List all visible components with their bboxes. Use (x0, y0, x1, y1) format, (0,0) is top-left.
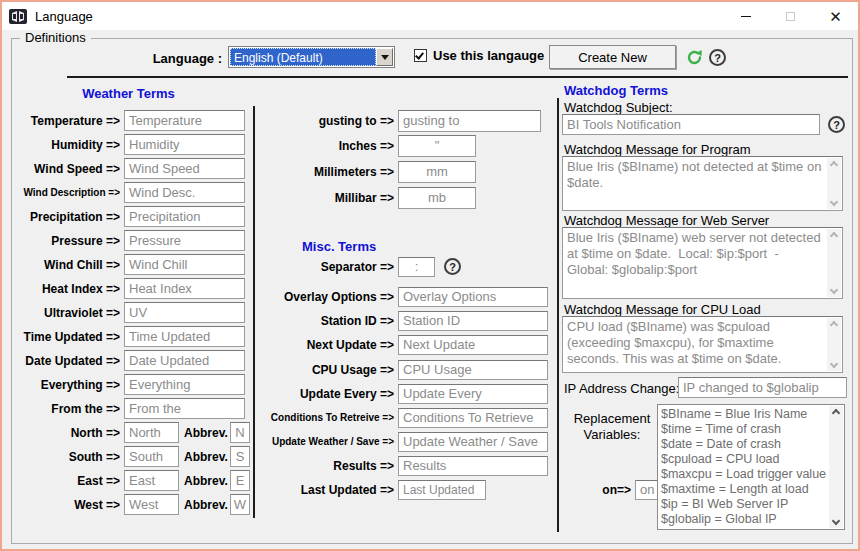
separator-input[interactable]: : (398, 257, 435, 277)
east-input[interactable]: East (124, 470, 179, 491)
list-item[interactable]: $maxcpu = Load trigger value (661, 467, 827, 482)
watchdog-subject-label: Watchdog Subject: (564, 100, 673, 115)
scroll-down-icon[interactable] (830, 286, 838, 294)
scrollbar[interactable] (827, 158, 841, 209)
window-title: Language (35, 9, 93, 24)
maximize-button[interactable] (768, 2, 813, 30)
south-abbrev-input[interactable]: S (230, 446, 250, 467)
create-new-button[interactable]: Create New (549, 45, 676, 69)
next-update-input[interactable]: Next Update (398, 335, 548, 355)
weather-row: Wind Chill =>Wind Chill (12, 254, 245, 275)
field-label: Pressure => (12, 234, 120, 248)
language-dropdown[interactable]: English (Default) (228, 46, 395, 68)
list-item[interactable]: $cpuload = CPU load (661, 452, 827, 467)
wind-description-input[interactable]: Wind Desc. (124, 182, 245, 203)
wind-speed-input[interactable]: Wind Speed (124, 158, 245, 179)
overlay-options-input[interactable]: Overlay Options (398, 287, 548, 307)
scroll-down-icon[interactable] (830, 198, 838, 206)
date-updated-input[interactable]: Date Updated (124, 350, 245, 371)
inches-input[interactable]: " (398, 135, 476, 157)
weather-row: Wind Description =>Wind Desc. (12, 182, 245, 203)
time-updated-input[interactable]: Time Updated (124, 326, 245, 347)
scrollbar[interactable] (827, 229, 841, 297)
west-input[interactable]: West (124, 494, 179, 515)
from-the-input[interactable]: From the (124, 398, 245, 419)
temperature-input[interactable]: Temperature (124, 110, 245, 131)
dropdown-button[interactable] (376, 48, 393, 66)
east-abbrev-input[interactable]: E (230, 470, 250, 491)
results-input[interactable]: Results (398, 456, 548, 476)
refresh-icon[interactable] (686, 49, 703, 66)
direction-row: North =>NorthAbbrev.N (12, 422, 250, 443)
field-label: Time Updated => (12, 330, 120, 344)
list-item[interactable]: $time = Time of crash (661, 422, 827, 437)
heat-index-input[interactable]: Heat Index (124, 278, 245, 299)
field-label: Next Update => (257, 338, 394, 352)
scroll-up-icon[interactable] (832, 409, 840, 417)
field-label: Everything => (12, 378, 120, 392)
scroll-down-icon[interactable] (830, 360, 838, 368)
field-label: Separator => (257, 260, 394, 274)
humidity-input[interactable]: Humidity (124, 134, 245, 155)
list-item[interactable]: $globalip = Global IP (661, 512, 827, 527)
field-label: Humidity => (12, 138, 120, 152)
unit-row: gusting to =>gusting to (257, 110, 541, 131)
weather-row: Everything =>Everything (12, 374, 245, 395)
update-every-input[interactable]: Update Every (398, 384, 548, 404)
wind-chill-input[interactable]: Wind Chill (124, 254, 245, 275)
minimize-button[interactable] (723, 2, 768, 30)
gusting-to-input[interactable]: gusting to (398, 110, 541, 132)
scroll-up-icon[interactable] (830, 232, 838, 240)
app-icon (9, 9, 27, 24)
on-input[interactable]: on (635, 480, 659, 500)
replacement-variables-listbox[interactable]: $BIname = Blue Iris Name $time = Time of… (657, 404, 845, 530)
west-abbrev-input[interactable]: W (230, 494, 250, 515)
south-input[interactable]: South (124, 446, 179, 467)
scroll-up-icon[interactable] (830, 321, 838, 329)
list-item[interactable]: $ip = BI Web Server IP (661, 497, 827, 512)
watchdog-web-textarea[interactable]: Blue Iris ($BIname) web server not detec… (562, 227, 843, 299)
millibar-input[interactable]: mb (398, 187, 476, 209)
use-language-checkbox[interactable] (414, 49, 427, 62)
weather-row: Humidity =>Humidity (12, 134, 245, 155)
watchdog-web-label: Watchdog Message for Web Server (564, 213, 769, 228)
scrollbar[interactable] (829, 406, 843, 528)
watchdog-cpu-textarea[interactable]: CPU load ($BIname) was $cpuload (exceedi… (562, 316, 843, 373)
last-updated-input[interactable]: Last Updated (398, 480, 486, 500)
maximize-icon (786, 12, 795, 21)
field-label: Inches => (257, 139, 394, 153)
watchdog-help-icon[interactable]: ? (828, 116, 845, 133)
field-label: Update Every => (257, 387, 394, 401)
ultraviolet-input[interactable]: UV (124, 302, 245, 323)
update-weather-save-input[interactable]: Update Weather / Save (398, 432, 548, 452)
ip-address-change-input[interactable]: IP changed to $globalip (678, 377, 847, 398)
field-label: Station ID => (257, 314, 394, 328)
cpu-usage-input[interactable]: CPU Usage (398, 360, 548, 380)
list-item[interactable]: $date = Date of crash (661, 437, 827, 452)
pressure-input[interactable]: Pressure (124, 230, 245, 251)
precipitation-input[interactable]: Precipitation (124, 206, 245, 227)
list-item[interactable]: $BIname = Blue Iris Name (661, 407, 827, 422)
watchdog-program-textarea[interactable]: Blue Iris ($BIname) not detected at $tim… (562, 156, 843, 211)
scroll-down-icon[interactable] (832, 517, 840, 525)
field-label: Temperature => (12, 114, 120, 128)
list-item[interactable]: $maxtime = Length at load (661, 482, 827, 497)
scroll-up-icon[interactable] (830, 161, 838, 169)
close-button[interactable]: ✕ (813, 2, 858, 30)
watchdog-subject-input[interactable]: BI Tools Notification (562, 114, 820, 135)
north-abbrev-input[interactable]: N (230, 422, 250, 443)
help-icon[interactable]: ? (709, 49, 726, 66)
separator-help-icon[interactable]: ? (444, 258, 461, 275)
conditions-to-retrieve-input[interactable]: Conditions To Retrieve (398, 408, 548, 428)
minimize-icon (741, 16, 751, 17)
last-updated-row: Last Updated => Last Updated on=> on (257, 479, 659, 500)
use-language-label: Use this langauge (433, 48, 544, 63)
abbrev-label: Abbrev. (184, 498, 226, 512)
millimeters-input[interactable]: mm (398, 161, 476, 183)
north-input[interactable]: North (124, 422, 179, 443)
everything-input[interactable]: Everything (124, 374, 245, 395)
station-id-input[interactable]: Station ID (398, 311, 548, 331)
ip-address-change-label: IP Address Change: (564, 381, 679, 396)
field-label: Heat Index => (12, 282, 120, 296)
scrollbar[interactable] (827, 318, 841, 371)
